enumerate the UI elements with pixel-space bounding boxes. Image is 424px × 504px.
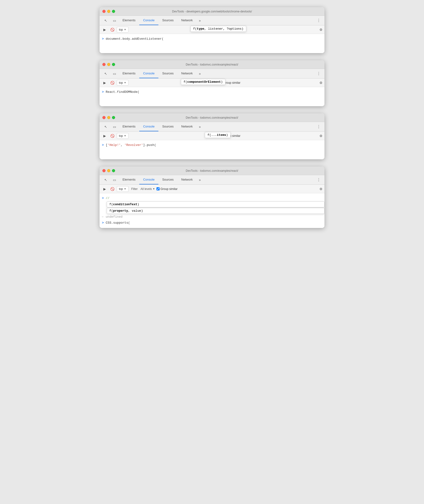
tab-more-3[interactable]: » <box>196 122 203 131</box>
console-code-4b[interactable]: CSS.supports( <box>106 221 130 225</box>
gear-icon-1[interactable]: ⚙ <box>319 28 323 31</box>
tab-network-1[interactable]: Network <box>178 16 197 25</box>
dropdown-arrow-1: ▼ <box>124 28 126 31</box>
tooltip-param-bold-2: componentOrElement <box>187 80 221 84</box>
tab-network-2[interactable]: Network <box>178 69 197 78</box>
levels-dropdown-4[interactable]: All levels ▼ <box>140 187 155 191</box>
tab-more-1[interactable]: » <box>196 16 203 25</box>
cursor-icon-3[interactable]: ↖ <box>101 122 110 131</box>
close-button-3[interactable] <box>102 116 106 119</box>
tab-network-4[interactable]: Network <box>178 175 197 184</box>
tab-console-4[interactable]: Console <box>139 175 158 184</box>
tab-sources-1[interactable]: Sources <box>158 16 178 25</box>
window-title-1: DevTools - developers.google.com/web/too… <box>102 10 322 13</box>
devtools-window-4: DevTools - todomvc.com/examples/react/ ↖… <box>100 166 324 228</box>
tabs-row-2: ↖ ▭ Elements Console Sources Network » ⋮ <box>100 69 324 79</box>
tabs-row-1: ↖ ▭ Elements Console Sources Network » ⋮ <box>100 16 324 25</box>
console-prompt-2: > <box>102 90 104 94</box>
autocomplete-tooltip-2: f(componentOrElement) <box>181 79 225 85</box>
tabs-row-3: ↖ ▭ Elements Console Sources Network » ⋮ <box>100 122 324 132</box>
console-code-2[interactable]: React.findDOMNode( <box>106 90 139 94</box>
toolbar-4: ▶ 🚫 top ▼ Filter All levels ▼ Group simi… <box>100 185 324 193</box>
title-bar-2: DevTools - todomvc.com/examples/react/ <box>100 60 324 69</box>
tab-sources-4[interactable]: Sources <box>158 175 178 184</box>
context-dropdown-4[interactable]: top ▼ <box>117 186 129 192</box>
window-title-2: DevTools - todomvc.com/examples/react/ <box>102 63 322 66</box>
block-icon-3[interactable]: 🚫 <box>109 133 115 139</box>
devtools-menu-icon-4[interactable]: ⋮ <box>315 175 323 184</box>
toolbar-1: ▶ 🚫 top ▼ f(type, listener, ?options) ⚙ <box>100 25 324 34</box>
tab-sources-3[interactable]: Sources <box>158 122 178 131</box>
dropdown-arrow-3: ▼ <box>124 135 126 137</box>
cursor-icon-2[interactable]: ↖ <box>101 69 110 78</box>
tab-elements-1[interactable]: Elements <box>119 16 139 25</box>
minimize-button-4[interactable] <box>107 169 110 172</box>
title-bar-1: DevTools - developers.google.com/web/too… <box>100 7 324 16</box>
console-line-4-1: > // <box>100 195 324 201</box>
console-prompt-1: > <box>102 37 104 41</box>
inspect-icon[interactable]: ▭ <box>110 16 119 25</box>
tab-more-2[interactable]: » <box>196 69 203 78</box>
devtools-menu-icon-1[interactable]: ⋮ <box>315 16 323 25</box>
context-dropdown-3[interactable]: top ▼ <box>117 133 129 139</box>
run-icon-2[interactable]: ▶ <box>101 80 108 86</box>
close-button-1[interactable] <box>102 10 106 13</box>
minimize-button-1[interactable] <box>107 10 110 13</box>
run-icon-3[interactable]: ▶ <box>101 133 108 139</box>
traffic-lights-3 <box>102 116 115 119</box>
tab-more-4[interactable]: » <box>196 175 203 184</box>
autocomplete-tooltip-3: f(...items) <box>205 132 231 138</box>
inspect-icon-3[interactable]: ▭ <box>110 122 119 131</box>
tab-elements-4[interactable]: Elements <box>119 175 139 184</box>
maximize-button-1[interactable] <box>112 10 115 13</box>
maximize-button-3[interactable] <box>112 116 115 119</box>
tooltip-param-bold-3: ...items <box>211 133 226 137</box>
console-line-4-3: > CSS.supports( <box>100 220 324 226</box>
tab-console-3[interactable]: Console <box>139 122 158 131</box>
block-icon-2[interactable]: 🚫 <box>109 80 115 86</box>
tabs-row-4: ↖ ▭ Elements Console Sources Network » ⋮ <box>100 175 324 185</box>
group-similar-check-4[interactable] <box>156 187 160 191</box>
context-dropdown-1[interactable]: top ▼ <box>117 27 129 32</box>
inspect-icon-2[interactable]: ▭ <box>110 69 119 78</box>
close-button-4[interactable] <box>102 169 106 172</box>
cursor-icon-4[interactable]: ↖ <box>101 175 110 184</box>
console-code-4a[interactable]: // <box>106 196 110 201</box>
inspect-icon-4[interactable]: ▭ <box>110 175 119 184</box>
console-code-3[interactable]: ['Help!', 'Revolver'].push( <box>106 143 156 148</box>
tab-sources-2[interactable]: Sources <box>158 69 178 78</box>
maximize-button-2[interactable] <box>112 63 115 66</box>
tab-network-3[interactable]: Network <box>178 122 197 131</box>
block-icon[interactable]: 🚫 <box>109 27 115 33</box>
autocomplete-tooltip-4b: f(property, value) <box>107 208 324 214</box>
maximize-button-4[interactable] <box>112 169 115 172</box>
devtools-window-1: DevTools - developers.google.com/web/too… <box>100 7 324 53</box>
filter-label-4[interactable]: Filter <box>130 187 139 191</box>
window-title-4: DevTools - todomvc.com/examples/react/ <box>102 169 322 172</box>
console-area-1: > document.body.addEventListener( <box>100 34 324 53</box>
gear-icon-2[interactable]: ⚙ <box>319 81 323 85</box>
console-code-1[interactable]: document.body.addEventListener( <box>106 37 164 41</box>
gear-icon-3[interactable]: ⚙ <box>319 134 323 138</box>
devtools-menu-icon-3[interactable]: ⋮ <box>315 122 323 131</box>
gear-icon-4[interactable]: ⚙ <box>319 187 323 191</box>
tab-elements-2[interactable]: Elements <box>119 69 139 78</box>
traffic-lights-2 <box>102 63 115 66</box>
tab-console-1[interactable]: Console <box>139 16 158 25</box>
run-icon[interactable]: ▶ <box>101 27 108 33</box>
tab-elements-3[interactable]: Elements <box>119 122 139 131</box>
minimize-button-2[interactable] <box>107 63 110 66</box>
close-button-2[interactable] <box>102 63 106 66</box>
context-dropdown-2[interactable]: top ▼ <box>117 80 129 86</box>
devtools-menu-icon-2[interactable]: ⋮ <box>315 69 323 78</box>
cursor-icon[interactable]: ↖ <box>101 16 110 25</box>
traffic-lights-1 <box>102 10 115 13</box>
tooltip-param-bold-4a: conditionText <box>113 203 137 206</box>
block-icon-4[interactable]: 🚫 <box>109 186 115 192</box>
window-title-3: DevTools - todomvc.com/examples/react/ <box>102 116 322 119</box>
tab-console-2[interactable]: Console <box>139 69 158 78</box>
title-bar-4: DevTools - todomvc.com/examples/react/ <box>100 166 324 175</box>
run-icon-4[interactable]: ▶ <box>101 186 108 192</box>
devtools-window-2: DevTools - todomvc.com/examples/react/ ↖… <box>100 60 324 106</box>
minimize-button-3[interactable] <box>107 116 110 119</box>
